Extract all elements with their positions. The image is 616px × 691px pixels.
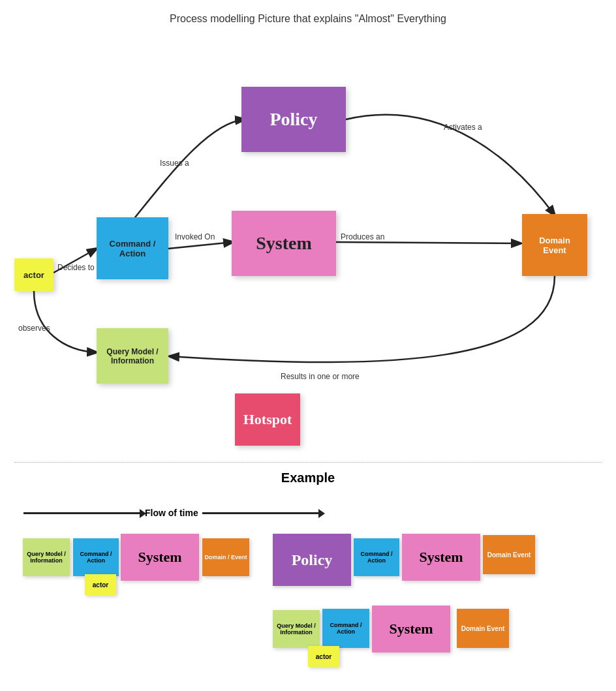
- ex-query-model-3: Query Model / Information: [273, 610, 320, 648]
- decides-to-label: Decides to: [57, 263, 95, 272]
- flow-line: [23, 512, 141, 514]
- flow-label: Flow of time: [145, 508, 198, 518]
- flow-of-time: Flow of time: [20, 508, 324, 518]
- policy-sticky: Policy: [241, 87, 346, 152]
- query-model-sticky: Query Model / Information: [97, 328, 168, 384]
- hotspot-sticky: Hotspot: [235, 393, 300, 446]
- domain-event-sticky: Domain Event: [522, 214, 587, 276]
- diagram-area: Issues a Activates a Invoked On Produces…: [0, 31, 616, 462]
- ex-system-2: System: [402, 534, 480, 581]
- system-sticky: System: [232, 211, 336, 276]
- produces-an-label: Produces an: [341, 232, 384, 241]
- ex-actor-3: actor: [308, 646, 339, 667]
- ex-command-1: Command / Action: [73, 538, 119, 576]
- ex-policy-2: Policy: [273, 534, 351, 586]
- page-title: Process modelling Picture that explains …: [0, 0, 616, 25]
- ex-system-1: System: [121, 534, 199, 581]
- ex-system-3: System: [372, 606, 450, 653]
- issues-a-label: Issues a: [160, 159, 189, 168]
- ex-domain-event-3: Domain Event: [457, 609, 509, 648]
- ex-command-2: Command / Action: [354, 538, 399, 576]
- observes-label: observes: [18, 324, 50, 333]
- ex-query-model-1: Query Model / Information: [23, 538, 70, 576]
- actor-sticky: actor: [14, 258, 54, 291]
- ex-actor-1: actor: [85, 574, 116, 595]
- example-title: Example: [0, 463, 616, 496]
- ex-domain-event-2: Domain Event: [483, 535, 535, 574]
- results-in-label: Results in one or more: [281, 372, 360, 381]
- example-area: Flow of time Query Model / Information C…: [0, 496, 616, 691]
- flow-line-2: [202, 512, 320, 514]
- ex-domain-event-1: Domain / Event: [202, 538, 249, 576]
- ex-command-3: Command / Action: [322, 609, 369, 648]
- activates-a-label: Activates a: [444, 123, 482, 132]
- invoked-on-label: Invoked On: [175, 232, 215, 241]
- command-action-sticky: Command / Action: [97, 217, 168, 279]
